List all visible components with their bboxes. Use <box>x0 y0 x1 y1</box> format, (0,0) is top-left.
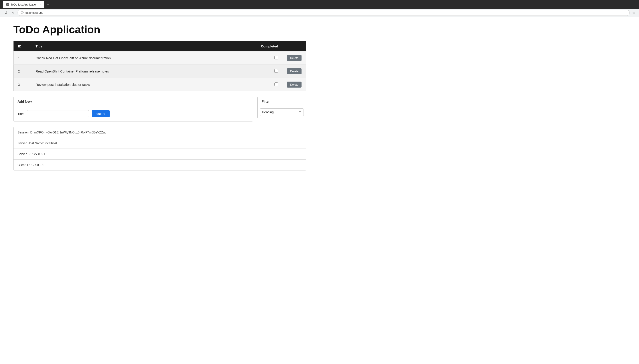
add-new-body: Title create <box>14 106 253 121</box>
row-title: Check Red Hat OpenShift on Azure documen… <box>31 52 256 65</box>
info-panel: Session ID: nrXPOmyJtwG1Ef1nWIy3NCgz5n0o… <box>13 127 306 170</box>
address-bar-container: ↺ ⌂ ⓘ localhost:8080 ☆ <box>0 9 639 17</box>
filter-select[interactable]: PendingAllCompleted <box>260 108 304 116</box>
row-delete-cell: Delete <box>282 52 306 65</box>
page-title: ToDo Application <box>13 24 306 36</box>
title-label: Title <box>18 112 24 116</box>
tab-favicon-icon <box>6 3 9 6</box>
row-delete-cell: Delete <box>282 65 306 78</box>
new-tab-button[interactable]: + <box>47 2 49 7</box>
address-text: localhost:8080 <box>25 11 44 14</box>
add-new-panel: Add New Title create <box>13 97 253 122</box>
table-body: 1Check Red Hat OpenShift on Azure docume… <box>14 52 306 91</box>
row-completed <box>256 65 282 78</box>
completed-checkbox[interactable] <box>274 82 278 86</box>
lock-icon: ⓘ <box>21 11 24 15</box>
client-ip-row: Client IP: 127.0.0.1 <box>14 160 306 170</box>
row-title: Review post-installation cluster tasks <box>31 78 256 91</box>
delete-button[interactable]: Delete <box>287 68 301 74</box>
browser-chrome: ToDo List Application × + <box>0 0 639 9</box>
server-ip-row: Server IP: 127.0.0.1 <box>14 149 306 160</box>
bottom-panels: Add New Title create Filter PendingAllCo… <box>13 97 306 122</box>
session-id-row: Session ID: nrXPOmyJtwG1Ef1nWIy3NCgz5n0o… <box>14 127 306 138</box>
row-id: 1 <box>14 52 31 65</box>
col-header-completed: Completed <box>256 41 282 52</box>
completed-checkbox[interactable] <box>274 69 278 73</box>
row-completed <box>256 52 282 65</box>
row-delete-cell: Delete <box>282 78 306 91</box>
tab-title: ToDo List Application <box>11 3 38 6</box>
create-button[interactable]: create <box>92 110 110 117</box>
address-bar[interactable]: ⓘ localhost:8080 <box>18 10 630 16</box>
todo-table: ID Title Completed 1Check Red Hat OpenSh… <box>13 41 306 91</box>
filter-header: Filter <box>258 97 306 106</box>
tab-close-icon[interactable]: × <box>39 3 41 6</box>
col-header-title: Title <box>31 41 256 52</box>
title-input[interactable] <box>27 110 89 117</box>
table-row: 2Read OpenShift Container Platform relea… <box>14 65 306 78</box>
table-row: 1Check Red Hat OpenShift on Azure docume… <box>14 52 306 65</box>
table-row: 3Review post-installation cluster tasksD… <box>14 78 306 91</box>
svg-point-1 <box>7 4 8 5</box>
page-content: ToDo Application ID Title Completed 1Che… <box>0 17 320 179</box>
row-id: 2 <box>14 65 31 78</box>
add-new-header: Add New <box>14 97 253 106</box>
back-button[interactable]: ↺ <box>4 10 8 16</box>
delete-button[interactable]: Delete <box>287 55 301 61</box>
home-button[interactable]: ⌂ <box>11 10 15 16</box>
row-title: Read OpenShift Container Platform releas… <box>31 65 256 78</box>
bookmark-button[interactable]: ☆ <box>632 11 635 15</box>
row-completed <box>256 78 282 91</box>
table-header: ID Title Completed <box>14 41 306 52</box>
col-header-id: ID <box>14 41 31 52</box>
delete-button[interactable]: Delete <box>287 82 301 88</box>
row-id: 3 <box>14 78 31 91</box>
completed-checkbox[interactable] <box>274 56 278 60</box>
filter-panel: Filter PendingAllCompleted <box>257 97 306 118</box>
browser-tab[interactable]: ToDo List Application × <box>3 1 44 8</box>
server-host-row: Server Host Name: localhost <box>14 138 306 149</box>
